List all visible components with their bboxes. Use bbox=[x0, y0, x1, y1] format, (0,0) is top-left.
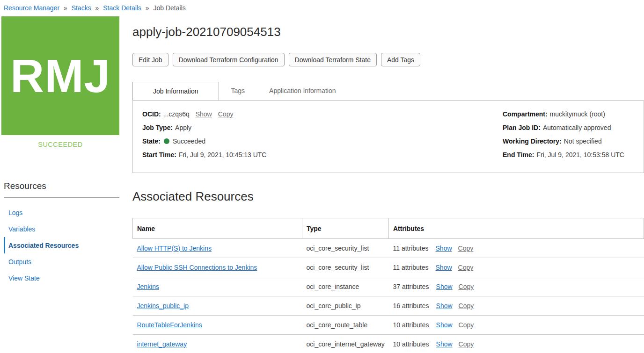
cell-attributes: 11 attributesShowCopy bbox=[389, 258, 644, 277]
left-column: RMJ SUCCEEDED Resources LogsVariablesAss… bbox=[0, 16, 132, 286]
section-title: Associated Resources bbox=[132, 189, 644, 204]
main-content: apply-job-20210709054513 Edit JobDownloa… bbox=[132, 16, 644, 353]
cell-attributes: 37 attributesShowCopy bbox=[389, 277, 644, 296]
edit-job-button[interactable]: Edit Job bbox=[132, 53, 168, 66]
copy-attributes-link[interactable]: Copy bbox=[459, 283, 474, 290]
sidebar-item-variables: Variables bbox=[4, 221, 123, 237]
field-label: End Time: bbox=[503, 151, 534, 158]
cell-type: oci_core_instance bbox=[302, 277, 389, 296]
attributes-count: 11 attributes bbox=[393, 245, 429, 252]
field-label: Plan Job ID: bbox=[503, 124, 541, 131]
sidebar-link-logs[interactable]: Logs bbox=[4, 204, 123, 221]
sidebar-link-outputs[interactable]: Outputs bbox=[4, 253, 123, 270]
column-header-name: Name bbox=[133, 218, 302, 239]
resource-name-link[interactable]: internet_gateway bbox=[137, 340, 187, 348]
show-attributes-link[interactable]: Show bbox=[436, 302, 453, 310]
breadcrumb-link-stacks[interactable]: Stacks bbox=[72, 4, 91, 12]
cell-attributes: 10 attributesShowCopy bbox=[389, 335, 644, 353]
tab-tags[interactable]: Tags bbox=[219, 82, 257, 101]
sidebar-divider bbox=[4, 197, 119, 198]
cell-name: Allow Public SSH Connections to Jenkins bbox=[133, 258, 302, 277]
job-information-panel: OCID:...czqs6qShowCopyJob Type:ApplyStat… bbox=[132, 101, 644, 173]
cell-name: RouteTableForJenkins bbox=[133, 316, 302, 335]
breadcrumb: Resource Manager » Stacks » Stack Detail… bbox=[0, 0, 644, 13]
field-value: Not specified bbox=[564, 137, 602, 145]
show-attributes-link[interactable]: Show bbox=[436, 245, 452, 252]
copy-attributes-link[interactable]: Copy bbox=[458, 264, 474, 271]
cell-attributes: 16 attributesShowCopy bbox=[389, 296, 644, 316]
show-attributes-link[interactable]: Show bbox=[436, 321, 453, 329]
show-attributes-link[interactable]: Show bbox=[436, 340, 453, 348]
breadcrumb-current: Job Details bbox=[154, 4, 186, 12]
attributes-count: 11 attributes bbox=[393, 264, 429, 271]
breadcrumb-link-resource-manager[interactable]: Resource Manager bbox=[4, 4, 59, 12]
breadcrumb-separator: » bbox=[144, 4, 151, 12]
show-link[interactable]: Show bbox=[196, 110, 212, 118]
resource-name-link[interactable]: Jenkins bbox=[137, 283, 159, 290]
cell-name: Jenkins_public_ip bbox=[133, 296, 302, 316]
resource-name-link[interactable]: Jenkins_public_ip bbox=[137, 302, 189, 310]
table-row: Allow HTTP(S) to Jenkinsoci_core_securit… bbox=[133, 239, 644, 258]
page-layout: RMJ SUCCEEDED Resources LogsVariablesAss… bbox=[0, 16, 644, 353]
field-working-directory: Working Directory:Not specified bbox=[503, 137, 644, 145]
download-terraform-configuration-button[interactable]: Download Terraform Configuration bbox=[173, 53, 285, 66]
cell-name: Allow HTTP(S) to Jenkins bbox=[133, 239, 302, 258]
download-terraform-state-button[interactable]: Download Terraform State bbox=[289, 53, 377, 66]
attributes-count: 16 attributes bbox=[393, 302, 429, 310]
attributes-count: 10 attributes bbox=[393, 340, 429, 348]
cell-type: oci_core_security_list bbox=[302, 239, 389, 258]
sidebar-list: LogsVariablesAssociated ResourcesOutputs… bbox=[4, 204, 123, 286]
breadcrumb-link-stack-details[interactable]: Stack Details bbox=[103, 4, 141, 12]
resource-name-link[interactable]: Allow Public SSH Connections to Jenkins bbox=[137, 264, 257, 271]
cell-attributes: 11 attributesShowCopy bbox=[389, 239, 644, 258]
show-attributes-link[interactable]: Show bbox=[436, 283, 453, 290]
add-tags-button[interactable]: Add Tags bbox=[381, 53, 420, 66]
sidebar-item-logs: Logs bbox=[4, 204, 123, 221]
table-header-row: NameTypeAttributes bbox=[133, 218, 644, 239]
copy-attributes-link[interactable]: Copy bbox=[459, 321, 474, 329]
cell-type: oci_core_security_list bbox=[302, 258, 389, 277]
breadcrumb-separator: » bbox=[94, 4, 101, 12]
sidebar-link-variables[interactable]: Variables bbox=[4, 221, 123, 237]
sidebar-title: Resources bbox=[4, 181, 123, 191]
table-row: RouteTableForJenkinsoci_core_route_table… bbox=[133, 316, 644, 335]
cell-type: oci_core_public_ip bbox=[302, 296, 389, 316]
associated-resources-table: NameTypeAttributes Allow HTTP(S) to Jenk… bbox=[132, 218, 644, 353]
table-row: Jenkins_public_ipoci_core_public_ip16 at… bbox=[133, 296, 644, 316]
field-value: muckitymuck (root) bbox=[550, 110, 605, 118]
cell-type: oci_core_internet_gateway bbox=[302, 335, 389, 353]
sidebar-item-outputs: Outputs bbox=[4, 253, 123, 270]
sidebar-link-view-state[interactable]: View State bbox=[4, 270, 123, 286]
table-row: internet_gatewayoci_core_internet_gatewa… bbox=[133, 335, 644, 353]
job-info-right-column: Compartment:muckitymuck (root)Plan Job I… bbox=[503, 110, 644, 164]
success-state-dot-icon bbox=[164, 138, 169, 144]
field-job-type: Job Type:Apply bbox=[142, 123, 503, 132]
field-value: Automatically approved bbox=[543, 124, 611, 131]
attributes-count: 10 attributes bbox=[393, 321, 429, 329]
field-value: Apply bbox=[175, 124, 191, 131]
copy-attributes-link[interactable]: Copy bbox=[459, 302, 474, 310]
resource-name-link[interactable]: Allow HTTP(S) to Jenkins bbox=[137, 245, 212, 252]
tab-application-information[interactable]: Application Information bbox=[257, 82, 348, 101]
sidebar-link-associated-resources[interactable]: Associated Resources bbox=[4, 237, 123, 253]
field-label: Working Directory: bbox=[503, 137, 562, 145]
field-label: Job Type: bbox=[142, 124, 173, 131]
show-attributes-link[interactable]: Show bbox=[436, 264, 452, 271]
field-state: State:Succeeded bbox=[142, 137, 503, 145]
sidebar-item-associated-resources: Associated Resources bbox=[4, 237, 123, 253]
field-label: State: bbox=[142, 137, 161, 145]
cell-type: oci_core_route_table bbox=[302, 316, 389, 335]
copy-attributes-link[interactable]: Copy bbox=[458, 245, 474, 252]
copy-attributes-link[interactable]: Copy bbox=[459, 340, 474, 348]
cell-name: internet_gateway bbox=[133, 335, 302, 353]
tab-job-information[interactable]: Job Information bbox=[132, 82, 219, 101]
status-badge: SUCCEEDED bbox=[1, 141, 119, 148]
column-header-attributes: Attributes bbox=[389, 218, 644, 239]
resource-name-link[interactable]: RouteTableForJenkins bbox=[137, 321, 202, 329]
job-type-thumbnail: RMJ bbox=[1, 16, 119, 135]
field-value: Fri, Jul 9, 2021, 10:53:58 UTC bbox=[536, 151, 624, 158]
field-plan-job-id: Plan Job ID:Automatically approved bbox=[503, 123, 644, 132]
copy-link[interactable]: Copy bbox=[218, 110, 234, 118]
field-label: OCID: bbox=[142, 110, 161, 118]
field-value: Fri, Jul 9, 2021, 10:45:13 UTC bbox=[179, 151, 267, 158]
